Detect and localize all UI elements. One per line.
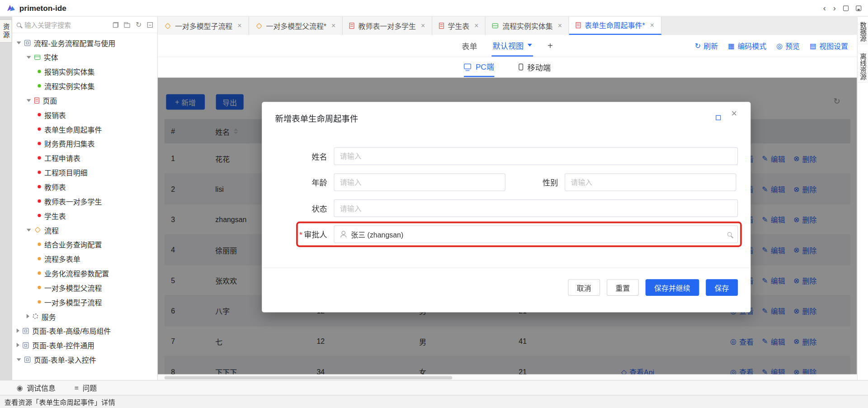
fullscreen-icon[interactable] [716,115,721,120]
name-input[interactable] [334,147,738,165]
tree-item[interactable]: 报销实例实体集 [12,64,157,79]
age-input[interactable] [334,173,505,191]
approver-value: 张三 (zhangsan) [351,229,403,239]
process-icon [34,227,41,233]
resource-sidebar: 输入关键字搜索 ↻ 流程-业务流程配置与使用实体报销实例实体集流程实例实体集页面… [12,17,158,380]
tree-item[interactable]: 页面-表单-高级/布局组件 [12,323,157,338]
problems-tab[interactable]: ≡ 问题 [75,383,97,393]
tab-close-icon[interactable]: × [331,22,335,30]
tab-pc-label: PC端 [476,61,494,72]
refresh-button[interactable]: ↻刷新 [695,40,718,51]
status-dot [38,128,41,131]
left-panel-strip: 资源 [0,17,12,380]
tab-close-icon[interactable]: × [650,21,654,29]
add-view-button[interactable]: + [547,40,553,51]
status-dot [38,84,41,87]
editor-tab[interactable]: 一对多模型子流程× [158,17,249,35]
tree-item[interactable]: 流程实例实体集 [12,79,157,93]
default-view-tab[interactable]: 默认视图 [491,35,533,57]
tree-item[interactable]: 结合业务查询配置 [12,237,157,251]
search-icon[interactable] [727,232,732,237]
approver-select[interactable]: 张三 (zhangsan) [334,225,738,243]
tree-item[interactable]: 页面-表单-控件通用 [12,338,157,352]
editor-tab[interactable]: 教师表一对多学生× [343,17,432,35]
cancel-button[interactable]: 取消 [568,279,600,296]
chevron-right-icon[interactable] [17,343,19,347]
action-label: 预览 [785,40,800,51]
form-tab[interactable]: 表单 [462,40,477,51]
tree-item[interactable]: 教师表 [12,180,157,194]
debug-info-tab[interactable]: ◉ 调试信息 [17,383,56,393]
tree-item-label: 工程申请表 [44,152,80,163]
tree-item[interactable]: 业务化流程参数配置 [12,266,157,280]
chevron-right-icon[interactable] [27,314,29,318]
collapse-all-icon[interactable] [147,22,153,27]
save-and-continue-button[interactable]: 保存并继续 [646,279,699,296]
tab-close-icon[interactable]: × [558,22,562,30]
bottom-panel-bar: ◉ 调试信息 ≡ 问题 [0,380,868,395]
tree-item[interactable]: 一对多模型子流程 [12,294,157,309]
chevron-down-icon[interactable] [27,56,31,58]
tree-item[interactable]: 流程-业务流程配置与使用 [12,35,157,50]
chevron-down-icon[interactable] [17,41,21,44]
editor-tab[interactable]: 学生表× [432,17,486,35]
tree-item[interactable]: 流程 [12,223,157,237]
tree-item[interactable]: 页面 [12,93,157,108]
tree-item[interactable]: 服务 [12,309,157,323]
tab-label: 一对多模型子流程 [175,20,232,31]
side-panel-tab[interactable]: 数据源 [857,19,868,44]
refresh-icon[interactable]: ↻ [136,20,142,28]
status-dot [38,257,41,260]
monitor-icon [464,64,471,69]
side-panel-tab[interactable]: 离线资源 [857,51,868,83]
tree-item-label: 流程 [44,225,59,235]
tree-item[interactable]: 流程多表单 [12,251,157,266]
tree-item[interactable]: 页面-表单-录入控件 [12,352,157,367]
editor-tab[interactable]: 一对多模型父流程*× [249,17,343,35]
reset-button[interactable]: 重置 [607,279,639,296]
tab-mobile[interactable]: 移动端 [519,57,551,77]
tree-item[interactable]: 工程项目明细 [12,165,157,180]
tab-pc[interactable]: PC端 [464,57,494,77]
chevron-right-icon[interactable] [17,328,19,333]
status-input[interactable] [334,199,738,217]
tree-item[interactable]: 教师表一对多学生 [12,194,157,209]
view-settings-button[interactable]: ▤视图设置 [810,40,848,51]
package-icon [23,327,28,333]
tab-close-icon[interactable]: × [474,22,478,30]
tree-item-label: 财务费用归集表 [44,138,94,149]
tab-close-icon[interactable]: × [237,22,241,30]
editor-tab[interactable]: 流程实例实体集× [486,17,569,35]
tree-item-label: 流程实例实体集 [44,81,94,91]
tree-item[interactable]: 工程申请表 [12,151,157,165]
scrollbar-thumb[interactable] [165,376,453,379]
tab-label: 表单生命周起事件* [585,20,645,30]
tree-item[interactable]: 学生表 [12,208,157,223]
tree-item[interactable]: 表单生命周起事件 [12,122,157,136]
gender-input[interactable] [565,173,736,191]
save-button[interactable]: 保存 [706,279,738,296]
editor-tab[interactable]: 表单生命周起事件*× [569,17,661,35]
chevron-down-icon[interactable] [17,358,21,361]
resources-panel-tab[interactable]: 资源 [0,19,12,43]
nav-forward-icon[interactable]: › [833,3,836,13]
tree-item[interactable]: 一对多模型父流程 [12,280,157,295]
tab-close-icon[interactable]: × [421,22,425,30]
window-icon[interactable] [843,5,849,11]
chevron-down-icon[interactable] [27,228,31,231]
nav-back-icon[interactable]: ‹ [823,3,826,13]
tree-item-label: 表单生命周起事件 [44,124,102,134]
close-icon[interactable]: × [731,108,737,120]
status-dot [38,156,41,159]
tree-item[interactable]: 实体 [12,50,157,64]
tree-item[interactable]: 财务费用归集表 [12,136,157,151]
horizontal-scrollbar[interactable] [158,375,857,380]
folder-icon[interactable] [124,23,130,28]
search-input[interactable]: 输入关键字搜索 ↻ [12,17,157,33]
copy-icon[interactable] [113,22,118,27]
chevron-down-icon[interactable] [27,99,31,102]
code-mode-button[interactable]: ▦编码模式 [728,40,766,51]
save-icon[interactable] [856,5,861,11]
preview-button[interactable]: ◎预览 [776,40,800,51]
tree-item[interactable]: 报销表 [12,108,157,122]
